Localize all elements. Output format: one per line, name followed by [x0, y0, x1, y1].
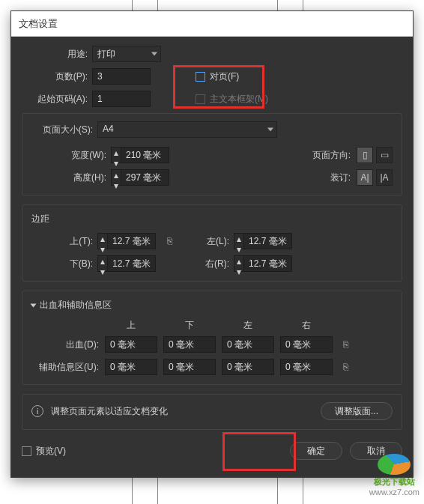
slug-label: 辅助信息区(U): [31, 361, 99, 374]
margin-top-value: 12.7 毫米 [112, 235, 151, 248]
info-icon: i [31, 405, 43, 417]
highlight-box-facing [173, 65, 264, 109]
height-value: 297 毫米 [126, 171, 161, 184]
pages-label: 页数(P): [22, 70, 88, 83]
margins-section: 边距 上(T): ▴▾ 12.7 毫米 ⎘ 左(L): ▴▾ 12.7 毫米 下… [22, 204, 402, 282]
bleed-title: 出血和辅助信息区 [40, 299, 112, 312]
document-setup-dialog: 文档设置 用途: 打印 页数(P): 3 对页(F) 起始页码(A): 1 [10, 10, 414, 478]
binding-label: 装订: [330, 171, 351, 184]
orientation-label: 页面方向: [312, 149, 351, 162]
margin-right-value: 12.7 毫米 [249, 258, 287, 270]
margin-left-spinner[interactable]: ▴▾ 12.7 毫米 [234, 233, 292, 249]
col-bottom: 下 [163, 319, 216, 332]
margin-right-label: 右(R): [183, 258, 229, 270]
margin-left-value: 12.7 毫米 [249, 235, 287, 248]
margin-bottom-spinner[interactable]: ▴▾ 12.7 毫米 [97, 255, 156, 272]
preview-label: 预览(V) [36, 445, 66, 458]
dialog-title: 文档设置 [11, 11, 413, 37]
orientation-landscape-icon[interactable]: ▭ [376, 147, 393, 163]
bleed-label: 出血(D): [31, 338, 99, 351]
down-icon[interactable]: ▾ [112, 180, 121, 191]
width-label: 宽度(W): [31, 149, 106, 162]
highlight-box-ok [222, 432, 296, 471]
bleed-left-input[interactable]: 0 毫米 [222, 336, 274, 353]
link-margins-icon[interactable]: ⎘ [156, 236, 183, 246]
up-icon[interactable]: ▴ [112, 148, 121, 158]
slug-right-input[interactable]: 0 毫米 [280, 359, 333, 375]
height-spinner[interactable]: ▴▾ 297 毫米 [111, 169, 169, 186]
slug-top-input[interactable]: 0 毫米 [105, 359, 157, 375]
start-page-value: 1 [97, 94, 103, 104]
pages-value: 3 [97, 71, 103, 82]
link-bleed-icon[interactable]: ⎘ [339, 339, 352, 350]
orientation-portrait-icon[interactable]: ▯ [357, 147, 373, 163]
chevron-down-icon [151, 52, 157, 56]
layout-adjust-text: 调整页面元素以适应文档变化 [51, 405, 313, 418]
margin-bottom-value: 12.7 毫米 [112, 258, 151, 270]
col-top: 上 [105, 319, 157, 332]
down-icon[interactable]: ▾ [112, 158, 121, 168]
margins-title: 边距 [31, 213, 393, 225]
watermark-url: www.xz7.com [369, 488, 420, 497]
page-size-label: 页面大小(S): [31, 124, 93, 136]
watermark-logo-icon [378, 454, 411, 475]
binding-right-icon[interactable]: |A [376, 169, 393, 186]
margin-top-spinner[interactable]: ▴▾ 12.7 毫米 [97, 233, 156, 249]
bleed-section: 出血和辅助信息区 上 下 左 右 出血(D): 0 毫米 0 毫米 0 毫米 0… [22, 291, 402, 385]
link-slug-icon[interactable]: ⎘ [339, 362, 352, 372]
layout-adjust-section: i 调整页面元素以适应文档变化 调整版面... [22, 394, 402, 430]
bleed-top-input[interactable]: 0 毫米 [105, 336, 157, 353]
height-label: 高度(H): [31, 171, 106, 184]
bleed-right-input[interactable]: 0 毫米 [280, 336, 333, 353]
binding-left-icon[interactable]: A| [357, 169, 373, 186]
up-icon[interactable]: ▴ [112, 170, 121, 180]
col-left: 左 [222, 319, 274, 332]
start-page-input[interactable]: 1 [92, 91, 151, 107]
watermark-name: 极光下载站 [369, 476, 420, 488]
pages-input[interactable]: 3 [92, 68, 151, 85]
width-value: 210 毫米 [126, 149, 161, 162]
start-page-label: 起始页码(A): [22, 93, 88, 106]
page-size-value: A4 [103, 124, 114, 134]
slug-left-input[interactable]: 0 毫米 [222, 359, 274, 375]
intent-select[interactable]: 打印 [92, 46, 161, 62]
page-size-section: 页面大小(S): A4 宽度(W): ▴▾ 210 毫米 页面方向: ▯ ▭ [22, 113, 402, 195]
intent-label: 用途: [22, 48, 88, 61]
page-size-select[interactable]: A4 [97, 121, 277, 138]
margin-right-spinner[interactable]: ▴▾ 12.7 毫米 [234, 255, 292, 272]
col-right: 右 [280, 319, 333, 332]
slug-bottom-input[interactable]: 0 毫米 [163, 359, 216, 375]
chevron-down-icon [267, 128, 273, 132]
margin-left-label: 左(L): [183, 235, 229, 248]
ok-button[interactable]: 确定 [290, 442, 342, 460]
bleed-title-row[interactable]: 出血和辅助信息区 [31, 299, 393, 312]
preview-checkbox[interactable] [22, 446, 31, 456]
chevron-down-icon [31, 303, 37, 307]
width-spinner[interactable]: ▴▾ 210 毫米 [111, 147, 169, 163]
bleed-bottom-input[interactable]: 0 毫米 [163, 336, 216, 353]
margin-top-label: 上(T): [31, 235, 93, 248]
watermark: 极光下载站 www.xz7.com [369, 454, 420, 497]
adjust-layout-button[interactable]: 调整版面... [321, 402, 393, 420]
margin-bottom-label: 下(B): [31, 258, 93, 270]
intent-value: 打印 [97, 49, 115, 59]
